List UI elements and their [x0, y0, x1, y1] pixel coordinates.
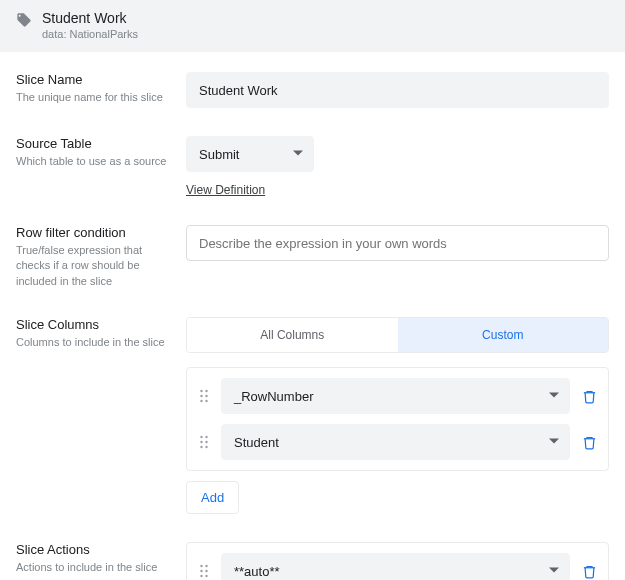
slice-columns-label: Slice Columns	[16, 317, 174, 332]
list-item: **auto**	[197, 553, 598, 580]
delete-column-button[interactable]	[580, 435, 598, 450]
page-title: Student Work	[42, 10, 138, 26]
list-item: _RowNumber	[197, 378, 598, 414]
row-filter-condition: Row filter condition True/false expressi…	[16, 225, 609, 289]
actions-list: **auto**	[186, 542, 609, 580]
svg-point-4	[200, 400, 202, 402]
row-filter-input[interactable]	[186, 225, 609, 261]
column-select[interactable]: _RowNumber	[221, 378, 570, 414]
slice-actions-label: Slice Actions	[16, 542, 174, 557]
slice-actions-desc: Actions to include in the slice	[16, 560, 174, 575]
page-header: Student Work data: NationalParks	[0, 0, 625, 52]
list-item: Student	[197, 424, 598, 460]
caret-down-icon	[293, 147, 303, 162]
column-value: Student	[234, 435, 279, 450]
slice-name-label: Slice Name	[16, 72, 174, 87]
svg-point-17	[205, 575, 207, 577]
tab-all-columns[interactable]: All Columns	[187, 318, 398, 352]
svg-point-12	[200, 565, 202, 567]
svg-point-10	[200, 446, 202, 448]
row-slice-actions: Slice Actions Actions to include in the …	[16, 542, 609, 580]
source-table-value: Submit	[199, 147, 239, 162]
source-table-label: Source Table	[16, 136, 174, 151]
data-source-label: data: NationalParks	[42, 28, 138, 40]
delete-action-button[interactable]	[580, 564, 598, 579]
row-source-table: Source Table Which table to use as a sou…	[16, 136, 609, 197]
data-source: NationalParks	[70, 28, 138, 40]
action-select[interactable]: **auto**	[221, 553, 570, 580]
source-table-desc: Which table to use as a source	[16, 154, 174, 169]
tag-icon	[16, 10, 32, 31]
row-slice-columns: Slice Columns Columns to include in the …	[16, 317, 609, 514]
svg-point-7	[205, 436, 207, 438]
svg-point-3	[205, 395, 207, 397]
column-select[interactable]: Student	[221, 424, 570, 460]
caret-down-icon	[549, 564, 559, 579]
svg-point-5	[205, 400, 207, 402]
column-value: _RowNumber	[234, 389, 313, 404]
data-prefix: data:	[42, 28, 66, 40]
svg-point-13	[205, 565, 207, 567]
slice-columns-desc: Columns to include in the slice	[16, 335, 174, 350]
svg-point-2	[200, 395, 202, 397]
svg-point-16	[200, 575, 202, 577]
slice-name-input[interactable]	[186, 72, 609, 108]
svg-point-1	[205, 390, 207, 392]
svg-point-15	[205, 570, 207, 572]
caret-down-icon	[549, 389, 559, 404]
columns-tabs: All Columns Custom	[186, 317, 609, 353]
drag-handle-icon[interactable]	[197, 564, 211, 578]
drag-handle-icon[interactable]	[197, 389, 211, 403]
caret-down-icon	[549, 435, 559, 450]
row-filter-label: Row filter condition	[16, 225, 174, 240]
slice-name-desc: The unique name for this slice	[16, 90, 174, 105]
add-column-button[interactable]: Add	[186, 481, 239, 514]
view-definition-link[interactable]: View Definition	[186, 183, 265, 197]
action-value: **auto**	[234, 564, 280, 579]
svg-point-6	[200, 436, 202, 438]
svg-point-14	[200, 570, 202, 572]
row-slice-name: Slice Name The unique name for this slic…	[16, 72, 609, 108]
columns-list: _RowNumber	[186, 367, 609, 471]
svg-point-0	[200, 390, 202, 392]
delete-column-button[interactable]	[580, 389, 598, 404]
source-table-select[interactable]: Submit	[186, 136, 314, 172]
row-filter-desc: True/false expression that checks if a r…	[16, 243, 174, 289]
svg-point-9	[205, 441, 207, 443]
svg-point-8	[200, 441, 202, 443]
svg-point-11	[205, 446, 207, 448]
tab-custom[interactable]: Custom	[398, 318, 609, 352]
drag-handle-icon[interactable]	[197, 435, 211, 449]
